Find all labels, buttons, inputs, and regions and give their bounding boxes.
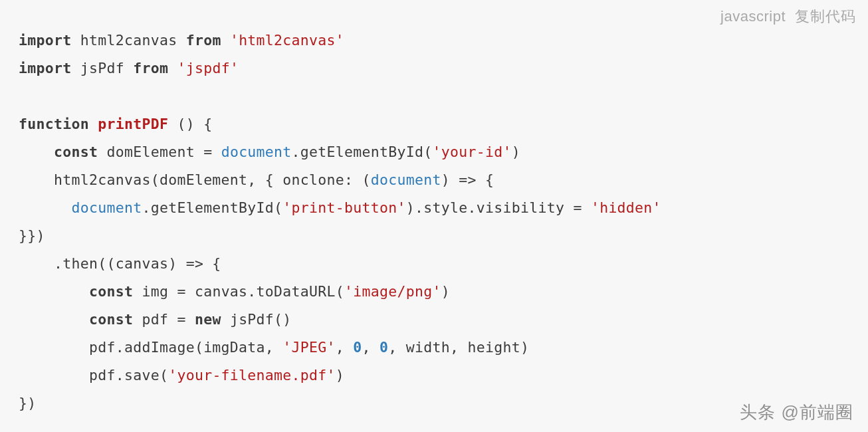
code-text: domElement =: [98, 144, 221, 160]
keyword-const: const: [89, 283, 133, 300]
keyword-const: const: [89, 311, 133, 328]
code-text: ) => {: [441, 171, 494, 188]
code-text: jsPdf(): [221, 311, 292, 328]
keyword-from: from: [186, 32, 221, 49]
number-literal: 0: [380, 339, 388, 356]
string-literal: 'html2canvas': [221, 32, 344, 49]
code-text: .getElementById(: [292, 144, 433, 160]
code-text: ): [441, 283, 450, 300]
code-header: javascript 复制代码: [720, 7, 856, 27]
code-text: pdf =: [133, 311, 195, 328]
global-document: document: [71, 199, 142, 216]
code-text: [19, 311, 89, 328]
code-text: ): [336, 367, 344, 383]
global-document: document: [371, 171, 441, 188]
string-literal: 'print-button': [282, 199, 405, 216]
code-text: html2canvas(domElement, { onclone: (: [19, 171, 371, 188]
code-text: jsPdf: [71, 60, 133, 76]
code-text: }): [19, 395, 37, 411]
keyword-const: const: [54, 144, 98, 160]
code-text: ).style.visibility =: [406, 199, 591, 216]
code-text: ,: [362, 339, 380, 356]
code-text: .then((canvas) => {: [19, 255, 221, 272]
copy-code-button[interactable]: 复制代码: [795, 7, 856, 27]
number-literal: 0: [353, 339, 362, 356]
code-text: .getElementById(: [142, 199, 282, 216]
code-text: , width, height): [388, 339, 529, 356]
function-name: printPDF: [98, 116, 168, 132]
code-text: () {: [168, 116, 212, 132]
code-text: ): [512, 144, 520, 160]
string-literal: 'image/png': [344, 283, 441, 300]
code-text: html2canvas: [71, 32, 185, 49]
code-text: [19, 283, 89, 300]
string-literal: 'your-id': [433, 144, 512, 160]
code-text: [89, 116, 98, 132]
code-text: pdf.save(: [19, 367, 168, 383]
code-text: [19, 144, 54, 160]
string-literal: 'jspdf': [168, 60, 239, 76]
keyword-import: import: [19, 60, 71, 76]
code-text: }}): [19, 227, 45, 244]
string-literal: 'JPEG': [282, 339, 335, 356]
keyword-new: new: [195, 311, 221, 328]
code-text: [19, 199, 71, 216]
watermark: 头条 @前端圈: [740, 401, 853, 424]
language-label: javascript: [720, 8, 786, 25]
code-text: ,: [336, 339, 354, 356]
string-literal: 'hidden': [591, 199, 661, 216]
keyword-from: from: [133, 60, 168, 76]
code-text: pdf.addImage(imgData,: [19, 339, 282, 356]
global-document: document: [221, 144, 292, 160]
code-block: import html2canvas from 'html2canvas' im…: [0, 0, 868, 432]
keyword-function: function: [19, 116, 89, 132]
string-literal: 'your-filename.pdf': [168, 367, 336, 383]
keyword-import: import: [19, 32, 71, 49]
code-text: img = canvas.toDataURL(: [133, 283, 344, 300]
